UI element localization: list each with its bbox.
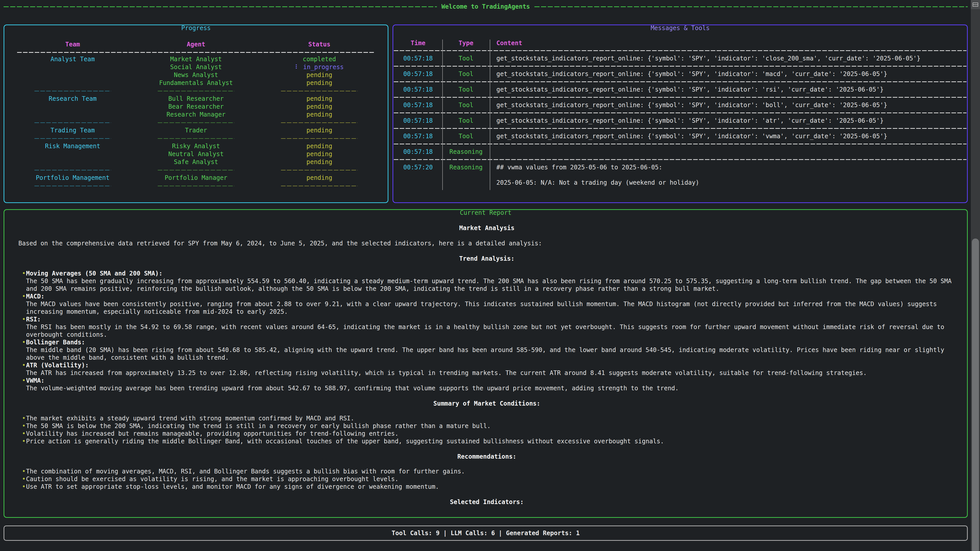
bullet-icon: • (18, 475, 26, 483)
scrollbar-thumb[interactable] (972, 238, 979, 551)
bullet-body: RSI:The RSI has been mostly in the 54.92… (26, 316, 955, 338)
message-type: Tool (442, 67, 490, 81)
report-bullet-item: •Use ATR to set appropriate stop-loss le… (18, 483, 955, 491)
message-time: 00:57:18 (394, 67, 442, 81)
message-time: 00:57:18 (394, 113, 442, 128)
scrollbar-menu-button[interactable] (971, 0, 980, 9)
status-cell: pending (258, 142, 381, 150)
group-separator-line (35, 186, 111, 186)
report-intro: Based on the comprehensive data retrieve… (18, 240, 955, 247)
messages-panel: Messages & Tools TimeTypeContent00:57:18… (393, 24, 968, 203)
bullet-body: Moving Averages (50 SMA and 200 SMA):The… (26, 270, 955, 292)
bullet-text: The volume-weighted moving average has b… (26, 384, 955, 392)
status-cell: pending (258, 103, 381, 111)
messages-col-header-time: Time (394, 40, 442, 50)
message-type: Reasoning (442, 144, 490, 159)
main-area: Welcome to TradingAgents Progress TeamAg… (0, 0, 971, 551)
report-bullet-item: •RSI:The RSI has been mostly in the 54.9… (18, 316, 955, 338)
column-divider (442, 40, 443, 190)
bullet-text: The MACD values have been consistently p… (26, 300, 955, 316)
message-content: ## vwma values from 2025-05-06 to 2025-0… (490, 160, 966, 190)
top-panels-row: Progress TeamAgentStatusAnalyst TeamMark… (3, 24, 968, 203)
progress-col-header: Agent (134, 41, 258, 51)
report-section-heading: Trend Analysis: (18, 255, 955, 262)
message-content: get_stockstats_indicators_report_online:… (490, 113, 966, 128)
group-separator-line (158, 170, 234, 170)
messages-col-header-content: Content (490, 40, 966, 50)
bullet-label: Moving Averages (50 SMA and 200 SMA): (26, 270, 955, 277)
group-separator (258, 182, 381, 190)
message-time: 00:57:18 (394, 82, 442, 97)
bullet-body: The market exhibits a steady upward tren… (26, 414, 955, 422)
bullet-text: The middle band (20 SMA) has been rising… (26, 346, 955, 362)
menu-icon (973, 3, 978, 6)
bullet-icon: • (18, 422, 26, 430)
message-content: get_stockstats_indicators_report_online:… (490, 51, 966, 66)
column-divider (490, 40, 490, 190)
messages-panel-title: Messages & Tools (645, 24, 715, 32)
team-cell: Risk Management (11, 142, 134, 150)
group-separator (11, 119, 134, 127)
agent-cell: Trader (134, 127, 258, 135)
bullet-icon: • (18, 414, 26, 422)
group-separator (134, 135, 258, 142)
group-separator (11, 182, 134, 190)
bullet-body: Bollinger Bands:The middle band (20 SMA)… (26, 338, 955, 362)
bullet-body: Price action is generally riding the mid… (26, 437, 955, 445)
group-separator-line (35, 122, 111, 123)
team-cell (11, 79, 134, 87)
group-separator-line (281, 122, 358, 123)
message-type: Reasoning (442, 160, 490, 190)
group-separator (11, 166, 134, 174)
report-bullet-item: •Price action is generally riding the mi… (18, 437, 955, 445)
status-cell: ⠇ in_progress (258, 63, 381, 71)
status-cell: pending (258, 174, 381, 182)
status-cell: pending (258, 71, 381, 79)
app-header: Welcome to TradingAgents (3, 2, 968, 11)
report-bullet-item: •The combination of moving averages, MAC… (18, 468, 955, 475)
report-heading: Market Analysis (18, 224, 955, 232)
report-bullet-item: •Bollinger Bands:The middle band (20 SMA… (18, 338, 955, 362)
scrollbar-track[interactable] (971, 9, 980, 551)
group-separator (134, 87, 258, 95)
message-time: 00:57:18 (394, 98, 442, 113)
message-type: Tool (442, 113, 490, 128)
report-bullet-list: •The combination of moving averages, MAC… (18, 468, 955, 491)
bullet-body: Caution should be exercised as volatilit… (26, 475, 955, 483)
status-cell: pending (258, 111, 381, 119)
message-type: Tool (442, 98, 490, 113)
stats-text: Tool Calls: 9 | LLM Calls: 6 | Generated… (392, 530, 580, 537)
bullet-body: The 50 SMA is below the 200 SMA, indicat… (26, 422, 955, 430)
agent-cell: Portfolio Manager (134, 174, 258, 182)
report-section-heading: Recommendations: (18, 453, 955, 460)
message-time: 00:57:18 (394, 129, 442, 144)
header-rule-left (3, 6, 437, 7)
agent-cell: Research Manager (134, 111, 258, 119)
group-separator (258, 87, 381, 95)
agent-cell: News Analyst (134, 71, 258, 79)
bullet-icon: • (18, 483, 26, 491)
agent-cell: Risky Analyst (134, 142, 258, 150)
bullet-body: MACD:The MACD values have been consisten… (26, 292, 955, 316)
status-cell: pending (258, 158, 381, 166)
bullet-body: Volatility has increased but remains man… (26, 430, 955, 437)
bullet-text: The market exhibits a steady upward tren… (26, 414, 955, 422)
spinner-icon: ⠇ (295, 64, 303, 71)
team-cell (11, 150, 134, 158)
agent-cell: Neutral Analyst (134, 150, 258, 158)
status-cell: pending (258, 150, 381, 158)
bullet-text: The combination of moving averages, MACD… (26, 468, 955, 475)
report-section-heading: Selected Indicators: (18, 498, 955, 506)
progress-col-header: Status (258, 41, 381, 51)
group-separator (258, 135, 381, 142)
progress-col-header: Team (11, 41, 134, 51)
bullet-text: The 50 SMA has been gradually increasing… (26, 277, 955, 292)
group-separator (11, 87, 134, 95)
status-cell: pending (258, 127, 381, 135)
group-separator (258, 119, 381, 127)
bullet-icon: • (18, 437, 26, 445)
bullet-label: MACD: (26, 292, 955, 300)
team-cell (11, 111, 134, 119)
message-type: Tool (442, 51, 490, 66)
group-separator-line (158, 91, 234, 91)
